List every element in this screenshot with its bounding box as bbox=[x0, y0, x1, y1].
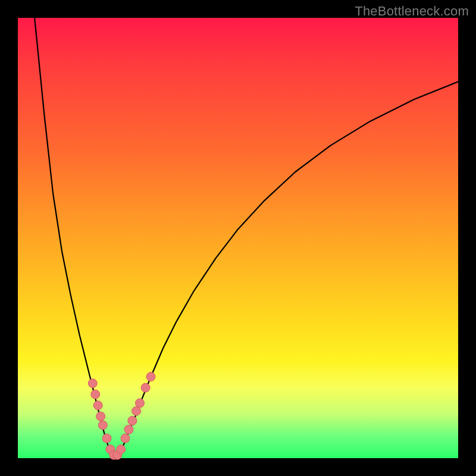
highlight-dot bbox=[146, 372, 155, 381]
highlight-dot bbox=[93, 401, 102, 410]
highlight-dot bbox=[121, 434, 130, 443]
highlight-dot bbox=[96, 412, 105, 421]
highlight-dot bbox=[135, 399, 144, 408]
highlight-dot bbox=[98, 421, 107, 430]
watermark-text: TheBottleneck.com bbox=[355, 4, 469, 19]
plot-area bbox=[18, 18, 458, 458]
highlight-dot bbox=[102, 434, 111, 443]
highlight-dots-group bbox=[88, 372, 155, 460]
highlight-dot bbox=[88, 379, 97, 388]
chart-frame: TheBottleneck.com bbox=[0, 0, 476, 476]
chart-svg bbox=[18, 18, 458, 458]
highlight-dot bbox=[124, 425, 133, 434]
highlight-dot bbox=[141, 383, 150, 392]
highlight-dot bbox=[91, 390, 100, 399]
highlight-dot bbox=[132, 406, 141, 415]
highlight-dot bbox=[117, 445, 126, 454]
highlight-dot bbox=[128, 416, 137, 425]
